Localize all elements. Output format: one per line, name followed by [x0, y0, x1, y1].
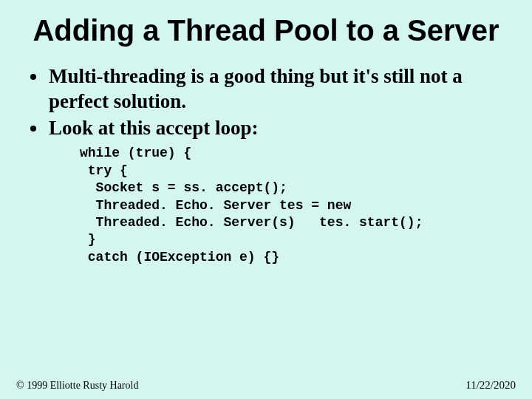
slide: Adding a Thread Pool to a Server Multi-t… [0, 0, 532, 399]
bullet-item: Multi-threading is a good thing but it's… [47, 64, 510, 115]
code-line: } [80, 232, 96, 247]
code-line: Threaded. Echo. Server tes = new [80, 198, 351, 213]
code-line: catch (IOException e) {} [80, 250, 279, 265]
bullet-item: Look at this accept loop: [47, 116, 510, 141]
code-block: while (true) { try { Socket s = ss. acce… [80, 145, 510, 266]
code-line: while (true) { [80, 146, 191, 160]
copyright-text: © 1999 Elliotte Rusty Harold [16, 380, 138, 392]
date-text: 11/22/2020 [466, 379, 516, 392]
bullet-list: Multi-threading is a good thing but it's… [22, 64, 510, 140]
footer: © 1999 Elliotte Rusty Harold 11/22/2020 [0, 379, 532, 392]
code-line: try { [80, 163, 128, 178]
code-line: Socket s = ss. accept(); [80, 180, 287, 195]
code-line: Threaded. Echo. Server(s) tes. start(); [80, 215, 423, 230]
slide-title: Adding a Thread Pool to a Server [22, 13, 510, 48]
